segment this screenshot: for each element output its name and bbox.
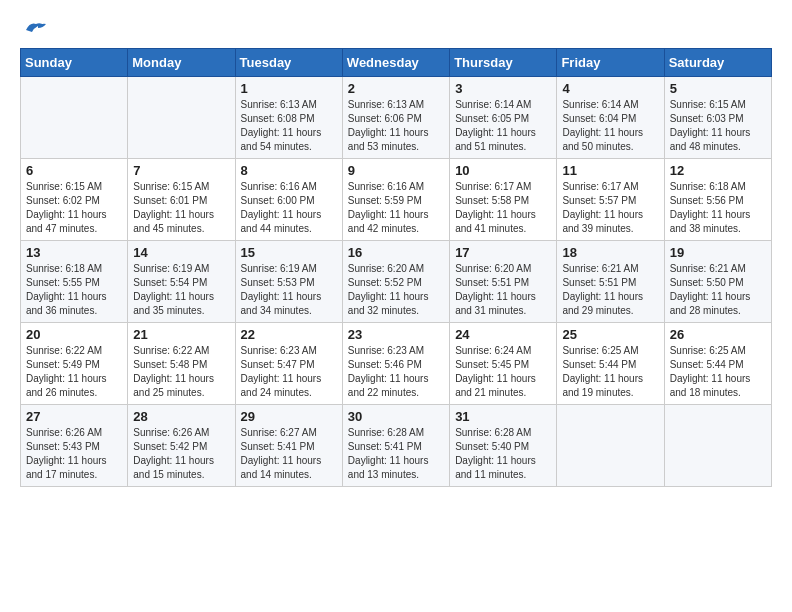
- day-info: Sunrise: 6:20 AM Sunset: 5:51 PM Dayligh…: [455, 262, 551, 318]
- weekday-header-saturday: Saturday: [664, 49, 771, 77]
- day-info: Sunrise: 6:18 AM Sunset: 5:55 PM Dayligh…: [26, 262, 122, 318]
- calendar-cell: 13Sunrise: 6:18 AM Sunset: 5:55 PM Dayli…: [21, 241, 128, 323]
- day-number: 6: [26, 163, 122, 178]
- day-info: Sunrise: 6:22 AM Sunset: 5:48 PM Dayligh…: [133, 344, 229, 400]
- calendar-cell: 20Sunrise: 6:22 AM Sunset: 5:49 PM Dayli…: [21, 323, 128, 405]
- day-info: Sunrise: 6:19 AM Sunset: 5:54 PM Dayligh…: [133, 262, 229, 318]
- day-number: 21: [133, 327, 229, 342]
- day-info: Sunrise: 6:15 AM Sunset: 6:03 PM Dayligh…: [670, 98, 766, 154]
- calendar-week-row: 6Sunrise: 6:15 AM Sunset: 6:02 PM Daylig…: [21, 159, 772, 241]
- calendar-cell: 25Sunrise: 6:25 AM Sunset: 5:44 PM Dayli…: [557, 323, 664, 405]
- day-number: 11: [562, 163, 658, 178]
- day-info: Sunrise: 6:23 AM Sunset: 5:46 PM Dayligh…: [348, 344, 444, 400]
- day-info: Sunrise: 6:19 AM Sunset: 5:53 PM Dayligh…: [241, 262, 337, 318]
- day-info: Sunrise: 6:17 AM Sunset: 5:58 PM Dayligh…: [455, 180, 551, 236]
- calendar-cell: 3Sunrise: 6:14 AM Sunset: 6:05 PM Daylig…: [450, 77, 557, 159]
- day-number: 29: [241, 409, 337, 424]
- day-number: 23: [348, 327, 444, 342]
- day-number: 5: [670, 81, 766, 96]
- calendar-cell: 18Sunrise: 6:21 AM Sunset: 5:51 PM Dayli…: [557, 241, 664, 323]
- calendar-cell: 31Sunrise: 6:28 AM Sunset: 5:40 PM Dayli…: [450, 405, 557, 487]
- day-number: 20: [26, 327, 122, 342]
- day-number: 27: [26, 409, 122, 424]
- calendar-cell: 26Sunrise: 6:25 AM Sunset: 5:44 PM Dayli…: [664, 323, 771, 405]
- weekday-header-sunday: Sunday: [21, 49, 128, 77]
- weekday-header-monday: Monday: [128, 49, 235, 77]
- day-number: 9: [348, 163, 444, 178]
- calendar-cell: 28Sunrise: 6:26 AM Sunset: 5:42 PM Dayli…: [128, 405, 235, 487]
- day-number: 3: [455, 81, 551, 96]
- day-info: Sunrise: 6:15 AM Sunset: 6:02 PM Dayligh…: [26, 180, 122, 236]
- day-info: Sunrise: 6:24 AM Sunset: 5:45 PM Dayligh…: [455, 344, 551, 400]
- day-number: 12: [670, 163, 766, 178]
- day-info: Sunrise: 6:14 AM Sunset: 6:04 PM Dayligh…: [562, 98, 658, 154]
- day-number: 22: [241, 327, 337, 342]
- day-info: Sunrise: 6:28 AM Sunset: 5:40 PM Dayligh…: [455, 426, 551, 482]
- day-number: 16: [348, 245, 444, 260]
- day-info: Sunrise: 6:16 AM Sunset: 6:00 PM Dayligh…: [241, 180, 337, 236]
- day-info: Sunrise: 6:26 AM Sunset: 5:43 PM Dayligh…: [26, 426, 122, 482]
- calendar-cell: 14Sunrise: 6:19 AM Sunset: 5:54 PM Dayli…: [128, 241, 235, 323]
- calendar-cell: 12Sunrise: 6:18 AM Sunset: 5:56 PM Dayli…: [664, 159, 771, 241]
- calendar-cell: 30Sunrise: 6:28 AM Sunset: 5:41 PM Dayli…: [342, 405, 449, 487]
- calendar-cell: [664, 405, 771, 487]
- calendar-header-row: SundayMondayTuesdayWednesdayThursdayFrid…: [21, 49, 772, 77]
- day-number: 2: [348, 81, 444, 96]
- day-info: Sunrise: 6:25 AM Sunset: 5:44 PM Dayligh…: [562, 344, 658, 400]
- day-number: 8: [241, 163, 337, 178]
- day-info: Sunrise: 6:21 AM Sunset: 5:51 PM Dayligh…: [562, 262, 658, 318]
- day-info: Sunrise: 6:20 AM Sunset: 5:52 PM Dayligh…: [348, 262, 444, 318]
- day-info: Sunrise: 6:13 AM Sunset: 6:06 PM Dayligh…: [348, 98, 444, 154]
- calendar-cell: 15Sunrise: 6:19 AM Sunset: 5:53 PM Dayli…: [235, 241, 342, 323]
- day-number: 10: [455, 163, 551, 178]
- day-info: Sunrise: 6:13 AM Sunset: 6:08 PM Dayligh…: [241, 98, 337, 154]
- day-info: Sunrise: 6:25 AM Sunset: 5:44 PM Dayligh…: [670, 344, 766, 400]
- calendar-cell: [21, 77, 128, 159]
- weekday-header-wednesday: Wednesday: [342, 49, 449, 77]
- day-number: 13: [26, 245, 122, 260]
- day-info: Sunrise: 6:23 AM Sunset: 5:47 PM Dayligh…: [241, 344, 337, 400]
- calendar-week-row: 1Sunrise: 6:13 AM Sunset: 6:08 PM Daylig…: [21, 77, 772, 159]
- calendar-cell: 7Sunrise: 6:15 AM Sunset: 6:01 PM Daylig…: [128, 159, 235, 241]
- day-info: Sunrise: 6:26 AM Sunset: 5:42 PM Dayligh…: [133, 426, 229, 482]
- calendar-cell: [557, 405, 664, 487]
- day-info: Sunrise: 6:16 AM Sunset: 5:59 PM Dayligh…: [348, 180, 444, 236]
- day-info: Sunrise: 6:18 AM Sunset: 5:56 PM Dayligh…: [670, 180, 766, 236]
- calendar-cell: 8Sunrise: 6:16 AM Sunset: 6:00 PM Daylig…: [235, 159, 342, 241]
- calendar-cell: 19Sunrise: 6:21 AM Sunset: 5:50 PM Dayli…: [664, 241, 771, 323]
- day-info: Sunrise: 6:22 AM Sunset: 5:49 PM Dayligh…: [26, 344, 122, 400]
- day-number: 14: [133, 245, 229, 260]
- day-number: 25: [562, 327, 658, 342]
- calendar-cell: 9Sunrise: 6:16 AM Sunset: 5:59 PM Daylig…: [342, 159, 449, 241]
- calendar-table: SundayMondayTuesdayWednesdayThursdayFrid…: [20, 48, 772, 487]
- day-number: 24: [455, 327, 551, 342]
- calendar-cell: 16Sunrise: 6:20 AM Sunset: 5:52 PM Dayli…: [342, 241, 449, 323]
- day-info: Sunrise: 6:28 AM Sunset: 5:41 PM Dayligh…: [348, 426, 444, 482]
- calendar-cell: 23Sunrise: 6:23 AM Sunset: 5:46 PM Dayli…: [342, 323, 449, 405]
- calendar-cell: 17Sunrise: 6:20 AM Sunset: 5:51 PM Dayli…: [450, 241, 557, 323]
- calendar-cell: 21Sunrise: 6:22 AM Sunset: 5:48 PM Dayli…: [128, 323, 235, 405]
- weekday-header-friday: Friday: [557, 49, 664, 77]
- day-info: Sunrise: 6:27 AM Sunset: 5:41 PM Dayligh…: [241, 426, 337, 482]
- calendar-cell: 24Sunrise: 6:24 AM Sunset: 5:45 PM Dayli…: [450, 323, 557, 405]
- calendar-cell: 2Sunrise: 6:13 AM Sunset: 6:06 PM Daylig…: [342, 77, 449, 159]
- weekday-header-tuesday: Tuesday: [235, 49, 342, 77]
- weekday-header-thursday: Thursday: [450, 49, 557, 77]
- day-number: 31: [455, 409, 551, 424]
- calendar-cell: 4Sunrise: 6:14 AM Sunset: 6:04 PM Daylig…: [557, 77, 664, 159]
- calendar-cell: 22Sunrise: 6:23 AM Sunset: 5:47 PM Dayli…: [235, 323, 342, 405]
- calendar-cell: 27Sunrise: 6:26 AM Sunset: 5:43 PM Dayli…: [21, 405, 128, 487]
- calendar-cell: [128, 77, 235, 159]
- day-number: 1: [241, 81, 337, 96]
- day-number: 26: [670, 327, 766, 342]
- day-info: Sunrise: 6:14 AM Sunset: 6:05 PM Dayligh…: [455, 98, 551, 154]
- calendar-week-row: 13Sunrise: 6:18 AM Sunset: 5:55 PM Dayli…: [21, 241, 772, 323]
- day-number: 17: [455, 245, 551, 260]
- day-number: 30: [348, 409, 444, 424]
- day-number: 18: [562, 245, 658, 260]
- calendar-cell: 6Sunrise: 6:15 AM Sunset: 6:02 PM Daylig…: [21, 159, 128, 241]
- day-info: Sunrise: 6:17 AM Sunset: 5:57 PM Dayligh…: [562, 180, 658, 236]
- logo-bird-icon: [24, 20, 46, 38]
- calendar-cell: 5Sunrise: 6:15 AM Sunset: 6:03 PM Daylig…: [664, 77, 771, 159]
- calendar-cell: 1Sunrise: 6:13 AM Sunset: 6:08 PM Daylig…: [235, 77, 342, 159]
